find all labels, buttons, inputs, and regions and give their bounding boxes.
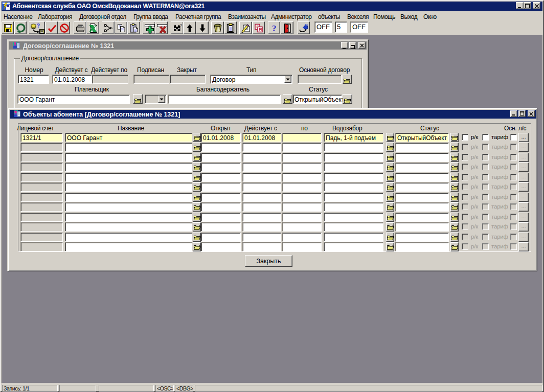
svg-text:FI: FI [259,28,262,31]
svg-text:?: ? [37,23,40,29]
svg-text:?: ? [272,24,277,33]
svg-text:?: ? [179,23,182,28]
